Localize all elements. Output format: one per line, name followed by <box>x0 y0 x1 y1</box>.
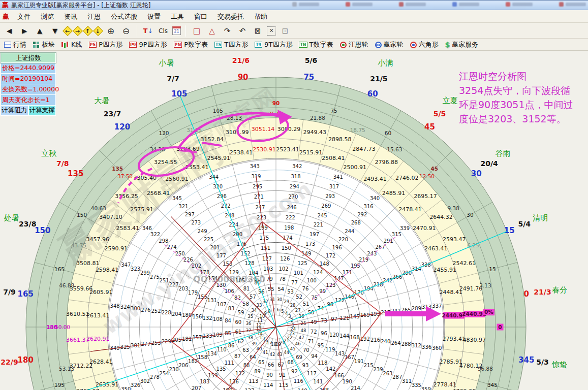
rotate-ccw-icon[interactable]: ↶ <box>236 25 249 37</box>
spiral-number: 72 <box>311 329 317 335</box>
spiral-number: 322 <box>150 232 160 237</box>
spiral-number: 63 <box>242 347 249 353</box>
spiral-number: 113 <box>249 378 258 384</box>
tab-kline[interactable]: K线 <box>61 40 82 49</box>
spiral-number: 171 <box>343 270 352 275</box>
spiral-number: 168 <box>350 335 360 340</box>
zoom-out-icon[interactable]: ⊖ <box>120 25 132 37</box>
menu-item-江恩[interactable]: 江恩 <box>82 11 106 23</box>
nav-back-icon[interactable]: ◀ <box>3 25 15 37</box>
tab-p-table[interactable]: PNP数字表 <box>174 40 208 49</box>
shift-left-icon[interactable]: ← <box>63 26 73 36</box>
menu-item-设置[interactable]: 设置 <box>142 11 166 23</box>
shift-down-icon[interactable]: ↓ <box>93 26 103 36</box>
spiral-number: 339 <box>400 225 410 231</box>
menu-item-窗口[interactable]: 窗口 <box>189 11 212 23</box>
percent-label: 3.13 <box>479 282 491 288</box>
tab-quotes[interactable]: 行情 <box>4 40 26 49</box>
menu-item-文件[interactable]: 文件 <box>12 11 36 23</box>
spiral-number: 100 <box>307 278 317 283</box>
price-outer-label: 2593.47 <box>443 236 466 243</box>
box-x-tool-icon[interactable]: ⊠ <box>252 25 264 37</box>
menu-item-帮助[interactable]: 帮助 <box>249 11 272 23</box>
nav-forward-icon[interactable]: ▶ <box>18 25 30 37</box>
spiral-number: 312 <box>412 343 421 348</box>
spiral-number: 39 <box>251 341 257 346</box>
tab-p-square-label: P四方形 <box>99 40 122 49</box>
tab-winner-wheel[interactable]: Big赢家轮 <box>375 40 404 49</box>
calc-resistance-button[interactable]: 计算阻力 <box>1 106 28 116</box>
solar-term-label: 处暑 <box>4 213 19 222</box>
rotate-cw-icon[interactable]: ↷ <box>221 25 233 37</box>
menu-item-工具[interactable]: 工具 <box>166 11 189 23</box>
square-tool-icon[interactable]: □ <box>191 25 203 37</box>
shift-right-icon[interactable]: → <box>73 26 83 36</box>
solar-term-label: 惊蛰 <box>551 360 567 369</box>
percent-label: 15.63 <box>387 146 402 152</box>
spiral-number: 124 <box>313 270 323 275</box>
menu-item-资讯[interactable]: 资讯 <box>59 11 82 23</box>
outer-degree-label: 120 <box>114 122 130 132</box>
tab-hexagon[interactable]: 六角形 <box>410 40 439 49</box>
step-value: 周天变化步长=1 <box>1 95 56 106</box>
spiral-number: 336 <box>422 344 431 350</box>
zoom-in-icon[interactable]: ⊕ <box>105 25 117 37</box>
spiral-number: 102 <box>279 266 289 272</box>
tab-gann-wheel[interactable]: 江恩轮 <box>340 40 368 49</box>
spiral-number: 299 <box>140 270 150 276</box>
calc-support-button[interactable]: 计算支撑 <box>28 106 56 116</box>
spiral-number: 172 <box>326 253 335 258</box>
crosshair-tool-icon[interactable]: ✕ <box>267 26 276 36</box>
spiral-number: 132 <box>203 315 212 321</box>
tab-p-square[interactable]: PSP四方形 <box>89 40 122 49</box>
solar-term-label: 小暑 <box>159 58 174 68</box>
spiral-number: 340 <box>370 196 380 201</box>
menu-item-公式选股[interactable]: 公式选股 <box>106 11 142 23</box>
tab-sectors[interactable]: 板块 <box>33 40 55 49</box>
outer-degree-label: 90 <box>238 73 249 82</box>
spiral-number: 337 <box>432 303 442 309</box>
tab-t-square[interactable]: TST四方形 <box>214 40 248 49</box>
outer-date-label: 21/5 <box>370 75 387 83</box>
tab-p-table-label: P数字表 <box>184 40 208 49</box>
tab-p-square-icon: PS <box>89 42 97 48</box>
degree-label: 15 <box>489 266 496 272</box>
tab-9t-square[interactable]: T99T四方形 <box>255 40 292 49</box>
shift-up-icon[interactable]: ↑ <box>83 26 93 36</box>
degree-label: 120 <box>159 130 169 136</box>
tab-service[interactable]: $赢家服务 <box>445 40 479 49</box>
price-outer-label: 4729.26 <box>452 388 476 390</box>
solar-term-label: 立秋 <box>41 149 56 158</box>
spiral-number: 219 <box>359 257 368 263</box>
cls-button-icon[interactable]: Cls <box>157 25 169 37</box>
price-outer-label: 2542.61 <box>452 260 476 267</box>
price-inner-label: 2500.91 <box>343 164 366 171</box>
spiral-number: 323 <box>131 266 140 272</box>
tab-9p-square[interactable]: P99P四方形 <box>129 40 167 49</box>
spiral-number: 34 <box>251 308 257 313</box>
note-line: 江恩时空分析图 <box>459 69 573 83</box>
spiral-number: 46 <box>295 341 301 346</box>
spiral-number: 65 <box>258 360 265 365</box>
tab-t-table[interactable]: TNT数字表 <box>299 40 333 49</box>
outer-date-label: 7/9 <box>3 288 16 296</box>
t-down-icon[interactable]: T↓ <box>142 25 154 37</box>
menu-item-交易委托[interactable]: 交易委托 <box>212 11 249 23</box>
spiral-number: 150 <box>282 245 291 251</box>
price-inner-label: 2493.41 <box>363 176 387 182</box>
price-inner-label: 2485.91 <box>382 190 406 197</box>
nav-down-icon[interactable]: ▼ <box>49 25 61 37</box>
nav-up-icon[interactable]: ▲ <box>34 25 46 37</box>
spiral-number: 206 <box>178 363 188 368</box>
calendar-icon[interactable]: 21 <box>172 26 181 35</box>
menu-item-浏览[interactable]: 浏览 <box>36 11 59 23</box>
screen-tool-icon[interactable]: ⊡ <box>279 25 291 37</box>
triangle-tool-icon[interactable]: △ <box>206 25 218 37</box>
spiral-number: 96 <box>321 331 327 336</box>
spiral-number: 144 <box>339 333 349 339</box>
outer-date-label: 5/6 <box>305 56 318 64</box>
spiral-number: 250 <box>175 251 185 256</box>
outer-degree-label: 0 <box>524 289 529 299</box>
solar-term-label: 立夏 <box>443 96 458 105</box>
background-tab <box>399 2 426 7</box>
